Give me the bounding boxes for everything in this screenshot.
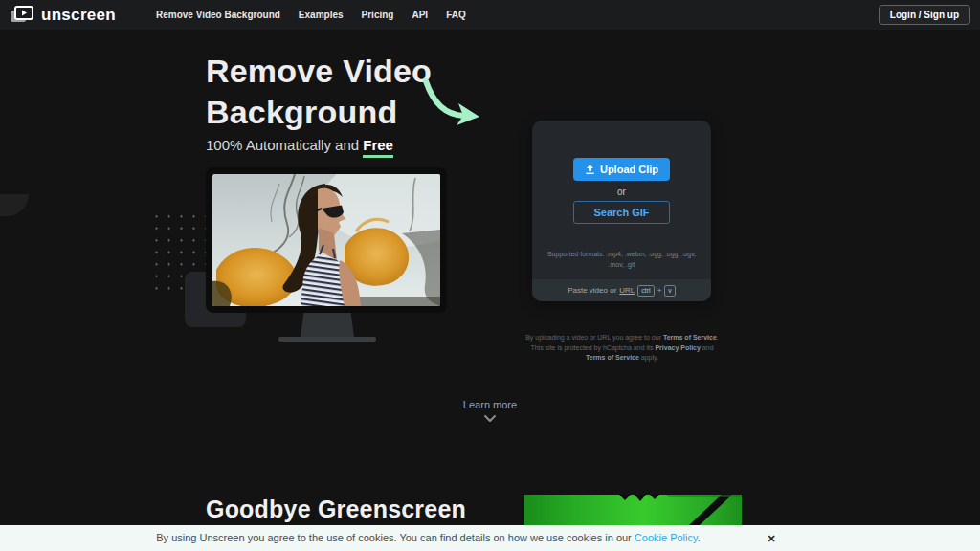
- v-key-badge: v: [664, 285, 676, 297]
- subtitle-text: 100% Automatically and: [206, 137, 363, 153]
- cookie-policy-link[interactable]: Cookie Policy: [635, 532, 698, 543]
- paste-video-bar[interactable]: Paste video or URL ctrl + v: [532, 279, 711, 301]
- supported-formats-text: Supported formats: .mp4, .webm, .ogg, .o…: [546, 249, 698, 270]
- subtitle-free-highlight: Free: [363, 137, 393, 158]
- paste-url-link[interactable]: URL: [619, 286, 635, 295]
- cookie-text-body: By using Unscreen you agree to the use o…: [156, 532, 635, 543]
- paste-prefix: Paste video or: [568, 286, 616, 295]
- legal-disclaimer: By uploading a video or URL you agree to…: [522, 333, 723, 364]
- nav-remove-video-background[interactable]: Remove Video Background: [156, 10, 280, 20]
- page-title: Remove Video Background: [206, 51, 432, 133]
- cookie-banner-text: By using Unscreen you agree to the use o…: [67, 532, 790, 543]
- upload-icon: [585, 164, 595, 175]
- nav-examples[interactable]: Examples: [299, 10, 344, 20]
- legal-part-1: By uploading a video or URL you agree to…: [525, 334, 663, 341]
- decorative-halfcircle: [0, 194, 29, 216]
- legal-part-4: apply.: [639, 354, 658, 361]
- title-line-1: Remove Video: [206, 53, 432, 89]
- upload-card: Upload Clip or Search GIF Supported form…: [532, 121, 711, 301]
- title-line-2: Background: [206, 94, 397, 130]
- demo-video-frame[interactable]: [212, 174, 440, 306]
- hero-subtitle: 100% Automatically and Free: [206, 137, 393, 153]
- demo-video-still-woman-ink: [212, 174, 440, 306]
- unscreen-logo[interactable]: unscreen: [10, 5, 116, 25]
- terms-of-service-link[interactable]: Terms of Service: [663, 334, 717, 341]
- monitor-stand-neck: [301, 313, 354, 337]
- login-signup-button[interactable]: Login / Sign up: [879, 5, 970, 25]
- top-navbar: unscreen Remove Video Background Example…: [0, 0, 980, 30]
- ctrl-key-badge: ctrl: [637, 285, 654, 297]
- video-frames-icon: [10, 5, 34, 25]
- nav-faq[interactable]: FAQ: [446, 10, 466, 20]
- nav-pricing[interactable]: Pricing: [362, 10, 394, 20]
- demo-monitor: [206, 167, 447, 313]
- legal-part-3: and: [701, 344, 714, 351]
- learn-more-label: Learn more: [463, 399, 517, 410]
- upload-clip-button[interactable]: Upload Clip: [573, 158, 670, 181]
- monitor-stand-base: [278, 337, 376, 342]
- cookie-close-icon[interactable]: ✕: [763, 530, 780, 547]
- curved-arrow-icon: [418, 78, 481, 128]
- plus-sign: +: [657, 286, 662, 295]
- nav-api[interactable]: API: [412, 10, 428, 20]
- greenscreen-illustration: [524, 495, 742, 525]
- privacy-policy-link[interactable]: Privacy Policy: [655, 344, 700, 351]
- or-separator: or: [532, 187, 711, 197]
- logo-text: unscreen: [41, 6, 116, 25]
- upload-clip-label: Upload Clip: [600, 164, 658, 175]
- cookie-text-suffix: .: [698, 532, 701, 543]
- chevron-down-icon: [484, 415, 496, 422]
- search-gif-button[interactable]: Search GIF: [573, 201, 670, 224]
- main-nav: Remove Video Background Examples Pricing…: [156, 10, 466, 20]
- cookie-banner: By using Unscreen you agree to the use o…: [0, 525, 980, 551]
- terms-of-service-link-2[interactable]: Terms of Service: [586, 354, 639, 361]
- learn-more-link[interactable]: Learn more: [413, 399, 567, 422]
- goodbye-greenscreen-title: Goodbye Greenscreen: [206, 496, 466, 523]
- unscreen-landing-page: unscreen Remove Video Background Example…: [0, 0, 980, 551]
